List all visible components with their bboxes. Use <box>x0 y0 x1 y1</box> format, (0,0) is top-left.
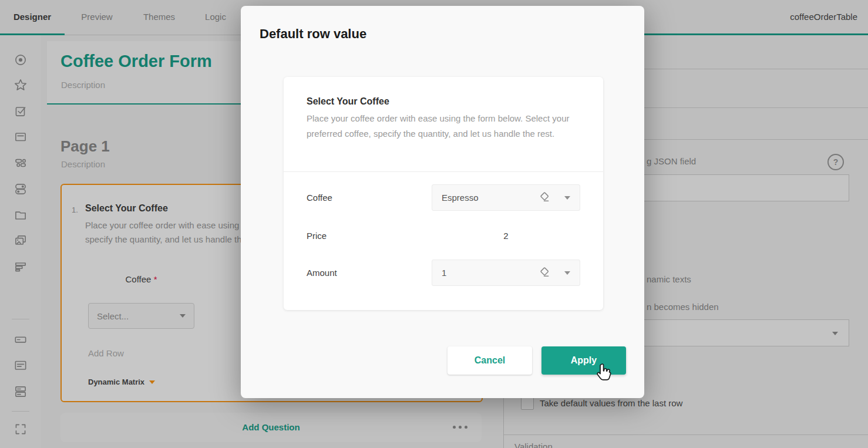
row-label-price: Price <box>307 231 327 241</box>
price-value: 2 <box>432 231 580 241</box>
card-question-title: Select Your Coffee <box>307 96 389 107</box>
coffee-dropdown[interactable]: Espresso <box>432 184 580 211</box>
card-question-description: Place your coffee order with ease using … <box>307 111 578 142</box>
preview-card: Select Your Coffee Place your coffee ord… <box>284 77 603 310</box>
row-label-amount: Amount <box>307 268 337 278</box>
eraser-icon[interactable] <box>536 265 551 282</box>
apply-button[interactable]: Apply <box>541 346 626 375</box>
survey-creator-app: Designer Preview Themes Logic coffeeOrde… <box>0 0 868 448</box>
card-divider <box>284 171 603 172</box>
amount-value: 1 <box>442 268 446 278</box>
default-row-value-dialog: Default row value Select Your Coffee Pla… <box>241 6 644 398</box>
eraser-icon[interactable] <box>536 190 551 207</box>
cancel-button[interactable]: Cancel <box>448 346 532 375</box>
chevron-down-icon[interactable] <box>564 271 570 275</box>
coffee-value: Espresso <box>442 193 479 203</box>
dialog-title: Default row value <box>260 26 366 42</box>
hand-cursor <box>596 362 613 383</box>
row-label-coffee: Coffee <box>307 193 332 203</box>
chevron-down-icon[interactable] <box>564 196 570 200</box>
amount-dropdown[interactable]: 1 <box>432 260 580 286</box>
